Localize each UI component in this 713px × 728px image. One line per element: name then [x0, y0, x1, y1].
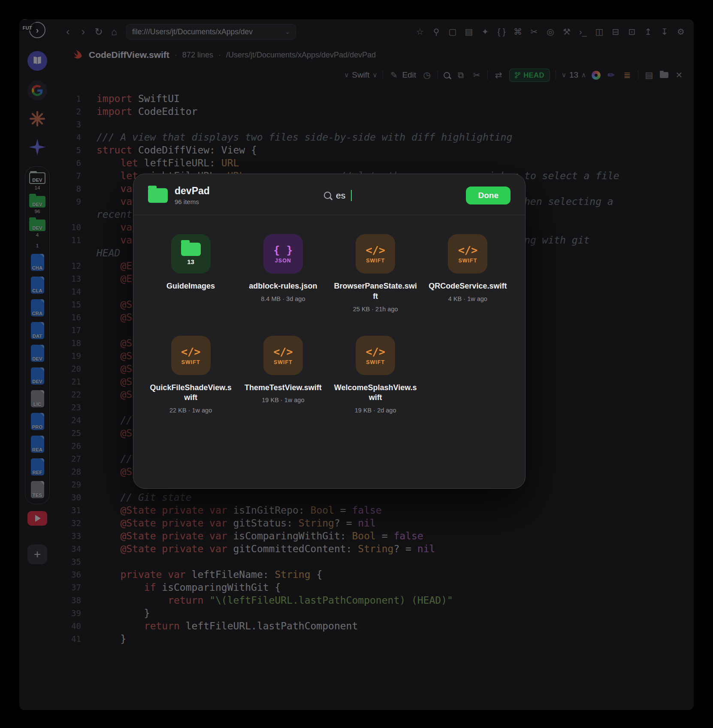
terminal-icon[interactable]: ›_ [578, 27, 588, 37]
file-item[interactable]: </>SWIFTWelcomeSplashView.swift19 KB · 2… [329, 336, 422, 414]
line-number: 28 [55, 465, 81, 478]
sidebar-item-label: REF [31, 470, 44, 475]
history-icon[interactable]: ◷ [422, 70, 432, 80]
back-icon[interactable]: ‹ [61, 26, 74, 38]
command-icon[interactable]: ⌘ [513, 27, 523, 37]
sidebar-item-dat[interactable]: DAT [31, 322, 44, 339]
code-text: @State private var isComparingWithGit: B… [97, 529, 423, 542]
sidebar-item-cha[interactable]: CHA [31, 254, 44, 271]
split-vertical-icon[interactable]: ◫ [594, 27, 604, 37]
line-number: 20 [55, 362, 81, 375]
sidebar-item-lic[interactable]: LIC [31, 390, 44, 407]
globe-icon[interactable]: ◎ [545, 27, 556, 37]
sidebar-item-dev[interactable]: DEV [31, 367, 44, 385]
sidebar-item-pro[interactable]: PRO [31, 413, 44, 430]
dock-icon[interactable]: ⊡ [627, 27, 637, 37]
forward-icon[interactable]: › [77, 26, 90, 38]
file-item[interactable]: 13GuideImages [145, 234, 237, 313]
youtube-app-icon[interactable] [27, 511, 47, 526]
file-item[interactable]: { }JSONadblock-rules.json8.4 MB · 3d ago [237, 234, 329, 313]
ai-cursor-icon[interactable]: ✦ [480, 27, 490, 37]
pin-icon[interactable]: ⚲ [431, 27, 441, 37]
sidebar-item-label: CLA [31, 288, 44, 293]
folder-icon[interactable] [660, 72, 668, 78]
divider [556, 70, 556, 80]
sidebar-item-dev[interactable]: DEV [31, 345, 44, 362]
theme-palette-icon[interactable] [592, 71, 601, 80]
gemini-app-icon[interactable] [27, 137, 47, 157]
code-line: 31 @State private var isInGitRepo: Bool … [55, 504, 694, 517]
sidebar-item-rea[interactable]: REA [31, 436, 44, 453]
settings-gear-icon[interactable]: ⚙ [676, 27, 686, 37]
forward-circle-button[interactable]: › [29, 22, 45, 38]
line-number: 32 [55, 517, 81, 529]
google-app-icon[interactable] [27, 81, 47, 100]
separator-dot: · [175, 51, 177, 60]
line-number: 37 [55, 581, 81, 594]
sidebar-item-tes[interactable]: TES [31, 481, 44, 498]
browser-nav: ‹›↻⌂ [61, 26, 121, 38]
document-icon: CLA [31, 277, 44, 294]
swap-icon[interactable]: ⇄ [493, 70, 504, 80]
file-item[interactable]: </>SWIFTBrowserPaneState.swift25 KB · 21… [329, 234, 422, 313]
sidebar-item-dev[interactable]: DEV14 [29, 172, 45, 190]
line-stepper[interactable]: ∨ 13 ∧ [562, 70, 586, 80]
sidebar-item-label: DEV [31, 379, 44, 384]
open-book-icon [32, 55, 43, 66]
sidebar-item-dev[interactable]: DEV96 [29, 196, 45, 214]
snip-icon[interactable]: ✂ [529, 27, 539, 37]
chevron-down-icon: ⌄ [285, 28, 290, 35]
sidebar-item-label: DAT [31, 334, 44, 339]
pencil-icon: ✎ [389, 70, 399, 80]
divider [438, 70, 438, 80]
done-button[interactable]: Done [466, 187, 511, 205]
claude-app-icon[interactable] [27, 109, 47, 129]
code-text: return "\(leftFileURL.lastPathComponent)… [97, 594, 453, 607]
file-item[interactable]: </>SWIFTQuickFileShadeView.swift22 KB · … [145, 336, 237, 414]
search-input[interactable]: es [324, 190, 352, 201]
sidebar-item-cra[interactable]: CRA [31, 299, 44, 316]
cut-icon[interactable]: ✂ [471, 70, 482, 80]
swift-logo-icon [73, 49, 84, 60]
copy-icon[interactable]: ⧉ [456, 70, 466, 80]
url-bar[interactable]: file:///Users/jt/Documents/xApps/dev ⌄ [126, 24, 296, 40]
swift-file-tile: </>SWIFT [356, 336, 395, 375]
document-icon[interactable]: ▤ [644, 70, 654, 80]
sidebar-item-fut[interactable]: FUT1 [36, 243, 39, 248]
file-title: CodeDiffView.swift [89, 50, 169, 60]
devtools-icon[interactable]: ⚒ [562, 27, 572, 37]
add-button[interactable]: + [27, 544, 47, 564]
reader-icon[interactable]: ▤ [464, 27, 474, 37]
file-item[interactable]: </>SWIFTQRCodeService.swift4 KB · 1w ago [422, 234, 514, 313]
books-app-icon[interactable] [27, 51, 47, 71]
code-text: @State private var gitStatus: String? = … [97, 517, 376, 529]
list-icon[interactable]: ≣ [622, 70, 632, 80]
code-icon: </> [366, 244, 385, 256]
google-g-icon [32, 85, 43, 96]
file-item[interactable]: </>SWIFTThemeTestView.swift19 KB · 1w ag… [237, 336, 329, 414]
close-icon[interactable]: ✕ [674, 70, 684, 80]
edit-button[interactable]: ✎ Edit [389, 70, 416, 80]
sidebar-item-label: REA [31, 447, 44, 452]
text-caret [351, 190, 352, 201]
bookmark-star-icon[interactable]: ☆ [415, 27, 425, 37]
line-number: 6 [55, 156, 81, 169]
git-head-badge[interactable]: HEAD [509, 69, 550, 82]
line-number: 4 [55, 131, 81, 144]
share-icon[interactable]: ↥ [643, 27, 653, 37]
split-horizontal-icon[interactable]: ⊟ [610, 27, 621, 37]
sidebar-item-ref[interactable]: REF [31, 458, 44, 475]
download-icon[interactable]: ↧ [659, 27, 670, 37]
brush-icon[interactable]: ✏ [606, 70, 616, 80]
line-number: 38 [55, 594, 81, 607]
reload-icon[interactable]: ↻ [92, 26, 105, 38]
sidebar-item-dev[interactable]: DEV4 [29, 220, 45, 238]
home-icon[interactable]: ⌂ [108, 26, 121, 38]
display-icon[interactable]: ▢ [447, 27, 458, 37]
braces-icon[interactable]: { } [496, 27, 507, 37]
braces-icon: { } [273, 244, 293, 256]
sidebar-item-cla[interactable]: CLA [31, 277, 44, 294]
language-selector[interactable]: ∨ Swift ∨ [344, 70, 377, 80]
search-icon[interactable] [444, 72, 450, 78]
code-line: 38 return "\(leftFileURL.lastPathCompone… [55, 594, 694, 607]
